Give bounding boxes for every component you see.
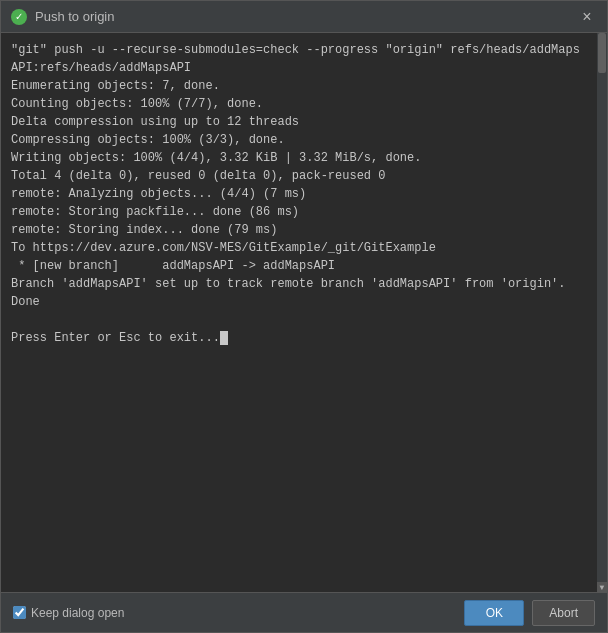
success-icon (11, 9, 27, 25)
scrollbar[interactable]: ▼ (597, 33, 607, 592)
close-button[interactable]: × (577, 7, 597, 27)
keep-open-text: Keep dialog open (31, 606, 124, 620)
keep-open-checkbox[interactable] (13, 606, 26, 619)
push-to-origin-dialog: Push to origin × "git" push -u --recurse… (0, 0, 608, 633)
bottom-bar: Keep dialog open OK Abort (1, 592, 607, 632)
title-bar: Push to origin × (1, 1, 607, 33)
terminal-container: "git" push -u --recurse-submodules=check… (1, 33, 607, 592)
abort-button[interactable]: Abort (532, 600, 595, 626)
ok-button[interactable]: OK (464, 600, 524, 626)
dialog-title: Push to origin (35, 9, 577, 24)
keep-open-label[interactable]: Keep dialog open (13, 606, 124, 620)
scrollbar-thumb[interactable] (598, 33, 606, 73)
scrollbar-down-arrow[interactable]: ▼ (597, 582, 607, 592)
terminal-output: "git" push -u --recurse-submodules=check… (1, 33, 597, 592)
